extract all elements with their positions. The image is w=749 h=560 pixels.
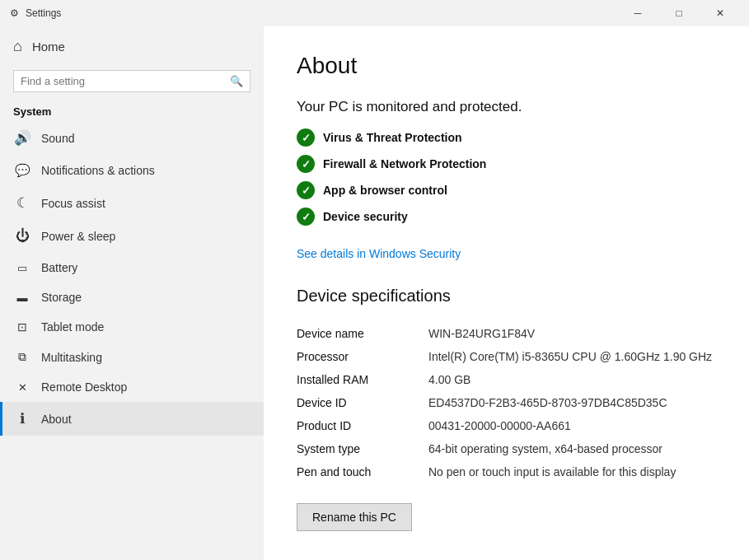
spec-value: Intel(R) Core(TM) i5-8365U CPU @ 1.60GHz…: [428, 345, 716, 368]
sidebar-item-about-label: About: [41, 413, 72, 426]
search-box[interactable]: 🔍: [13, 70, 250, 92]
spec-key: Device name: [297, 322, 428, 345]
about-icon: ℹ: [13, 410, 31, 427]
home-label: Home: [32, 40, 65, 54]
remote-desktop-icon: ✕: [13, 381, 31, 394]
sidebar-item-multitasking[interactable]: ⧉ Multitasking: [0, 342, 264, 372]
spec-key: Installed RAM: [297, 368, 428, 391]
settings-icon: ⚙: [10, 7, 19, 19]
sidebar-item-storage-label: Storage: [41, 291, 82, 304]
spec-value: No pen or touch input is available for t…: [428, 460, 716, 483]
sidebar-item-sound-label: Sound: [41, 132, 74, 145]
protection-label-browser: App & browser control: [323, 184, 447, 197]
battery-icon: ▭: [13, 262, 31, 274]
notifications-icon: 💬: [13, 163, 31, 178]
maximize-button[interactable]: □: [660, 0, 698, 26]
sidebar-item-notifications-label: Notifications & actions: [41, 164, 155, 177]
app-body: ⌂ Home 🔍 System 🔊 Sound 💬 Notifications …: [0, 26, 749, 560]
multitasking-icon: ⧉: [13, 350, 31, 364]
device-specs-title: Device specifications: [297, 287, 716, 306]
title-bar-left: ⚙ Settings: [10, 7, 61, 19]
sidebar-item-power-label: Power & sleep: [41, 230, 115, 243]
sidebar-item-sound[interactable]: 🔊 Sound: [0, 121, 264, 155]
spec-value: WIN-B24URG1F84V: [428, 322, 716, 345]
sidebar: ⌂ Home 🔍 System 🔊 Sound 💬 Notifications …: [0, 26, 264, 560]
protection-label-device: Device security: [323, 210, 408, 223]
check-icon-virus: [297, 128, 315, 147]
sidebar-item-storage[interactable]: ▬ Storage: [0, 282, 264, 312]
tablet-icon: ⊡: [13, 320, 31, 334]
table-row: Device IDED4537D0-F2B3-465D-8703-97DB4C8…: [297, 391, 716, 414]
table-row: Installed RAM4.00 GB: [297, 368, 716, 391]
spec-value: 4.00 GB: [428, 368, 716, 391]
protection-subtitle: Your PC is monitored and protected.: [297, 99, 716, 115]
protection-label-firewall: Firewall & Network Protection: [323, 157, 486, 170]
sidebar-item-power-sleep[interactable]: ⏻ Power & sleep: [0, 220, 264, 253]
sidebar-item-focus-label: Focus assist: [41, 197, 105, 210]
protection-list: Virus & Threat Protection Firewall & Net…: [297, 128, 716, 226]
protection-label-virus: Virus & Threat Protection: [323, 131, 462, 144]
sound-icon: 🔊: [13, 129, 31, 147]
sidebar-home-button[interactable]: ⌂ Home: [0, 26, 264, 67]
sidebar-section-title: System: [0, 99, 264, 121]
search-icon: 🔍: [230, 75, 243, 87]
table-row: ProcessorIntel(R) Core(TM) i5-8365U CPU …: [297, 345, 716, 368]
spec-value: 00431-20000-00000-AA661: [428, 414, 716, 437]
spec-key: Pen and touch: [297, 460, 428, 483]
title-bar-controls: ─ □ ✕: [619, 0, 739, 26]
sidebar-item-about[interactable]: ℹ About: [0, 402, 264, 436]
spec-value: 64-bit operating system, x64-based proce…: [428, 437, 716, 460]
rename-pc-button[interactable]: Rename this PC: [297, 503, 412, 531]
protection-item-browser: App & browser control: [297, 181, 716, 199]
sidebar-item-battery-label: Battery: [41, 261, 77, 274]
table-row: Device nameWIN-B24URG1F84V: [297, 322, 716, 345]
sidebar-item-tablet-mode[interactable]: ⊡ Tablet mode: [0, 312, 264, 342]
app-title: Settings: [26, 7, 61, 19]
sidebar-item-multitasking-label: Multitasking: [41, 351, 102, 364]
check-icon-device: [297, 208, 315, 226]
spec-value: ED4537D0-F2B3-465D-8703-97DB4C85D35C: [428, 391, 716, 414]
title-bar: ⚙ Settings ─ □ ✕: [0, 0, 749, 26]
sidebar-item-battery[interactable]: ▭ Battery: [0, 253, 264, 282]
power-icon: ⏻: [13, 228, 31, 245]
spec-key: Product ID: [297, 414, 428, 437]
sidebar-item-notifications[interactable]: 💬 Notifications & actions: [0, 155, 264, 186]
spec-table: Device nameWIN-B24URG1F84VProcessorIntel…: [297, 322, 716, 483]
see-details-link[interactable]: See details in Windows Security: [297, 247, 461, 260]
table-row: Pen and touchNo pen or touch input is av…: [297, 460, 716, 483]
check-icon-browser: [297, 181, 315, 199]
minimize-button[interactable]: ─: [619, 0, 657, 26]
sidebar-item-tablet-label: Tablet mode: [41, 320, 104, 334]
table-row: Product ID00431-20000-00000-AA661: [297, 414, 716, 437]
protection-item-device: Device security: [297, 208, 716, 226]
protection-item-virus: Virus & Threat Protection: [297, 128, 716, 147]
check-icon-firewall: [297, 155, 315, 173]
content-area: About Your PC is monitored and protected…: [264, 26, 749, 560]
page-title: About: [297, 53, 716, 79]
protection-item-firewall: Firewall & Network Protection: [297, 155, 716, 173]
spec-key: Processor: [297, 345, 428, 368]
storage-icon: ▬: [13, 292, 31, 304]
sidebar-item-remote-desktop[interactable]: ✕ Remote Desktop: [0, 372, 264, 402]
sidebar-item-focus-assist[interactable]: ☾ Focus assist: [0, 186, 264, 220]
table-row: System type64-bit operating system, x64-…: [297, 437, 716, 460]
home-icon: ⌂: [13, 38, 22, 55]
spec-key: System type: [297, 437, 428, 460]
search-input[interactable]: [21, 75, 230, 87]
focus-assist-icon: ☾: [13, 194, 31, 212]
close-button[interactable]: ✕: [701, 0, 739, 26]
spec-key: Device ID: [297, 391, 428, 414]
sidebar-item-remote-label: Remote Desktop: [41, 380, 127, 394]
